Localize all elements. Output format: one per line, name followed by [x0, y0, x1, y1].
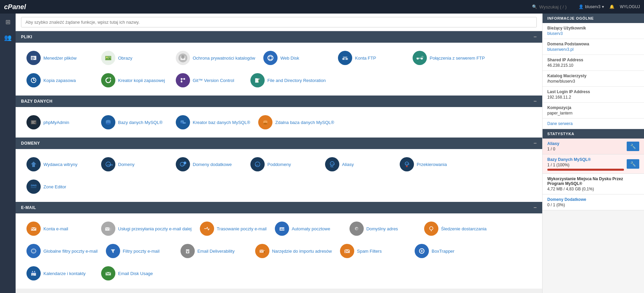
- feature-search-input[interactable]: [21, 17, 537, 27]
- collapse-pliki-icon[interactable]: −: [533, 34, 537, 40]
- section-domeny: DOMENY − Wydawca witryny .com Domeny: [16, 138, 542, 202]
- list-item[interactable]: Menedżer plików: [22, 48, 97, 68]
- stat-label-aliasy: Aliasy: [547, 141, 559, 146]
- ochrona-label: Ochrona prywatności katalogów: [193, 56, 255, 61]
- info-value-kompozycja: paper_lantern: [547, 111, 639, 116]
- list-item[interactable]: sub. Poddomeny: [246, 154, 321, 174]
- list-item[interactable]: .com+ Domeny dodatkowe: [172, 154, 246, 174]
- collapse-email-icon[interactable]: −: [533, 205, 537, 211]
- section-header-bazy[interactable]: BAZY DANYCH −: [16, 96, 542, 107]
- logout-button[interactable]: WYLOGUJ: [620, 4, 640, 9]
- section-label-domeny: DOMENY: [21, 141, 40, 146]
- uslugi-poczty-icon: [101, 222, 115, 236]
- user-menu[interactable]: 👤 bluserv3 ▾: [579, 4, 604, 9]
- spam-icon: [340, 244, 354, 258]
- list-item[interactable]: Wydawca witryny: [22, 154, 97, 174]
- users-icon[interactable]: 👥: [3, 33, 13, 43]
- right-sidebar: INFORMACJE OGÓLNE Bieżący Użytkownik blu…: [542, 14, 644, 293]
- list-item[interactable]: Git™ Version Control: [172, 70, 246, 90]
- svg-point-28: [184, 78, 185, 80]
- narzedzie-label: Narzędzie do importu adresów: [272, 249, 332, 254]
- list-item[interactable]: Email Deliverability: [176, 241, 251, 261]
- collapse-domeny-icon[interactable]: −: [533, 140, 537, 146]
- section-body-email: Konta e-mail Usługi przesyłania poczty e…: [16, 213, 542, 289]
- wrench-button-aliasy[interactable]: 🔧: [627, 142, 639, 151]
- list-item[interactable]: Kreator baz danych MySQL®: [172, 112, 254, 132]
- list-item[interactable]: AUTO Automaty pocztowe: [271, 219, 345, 238]
- kontaftp-label: Konta FTP: [355, 56, 376, 61]
- trasowanie-label: Trasowanie poczty e-mail: [217, 226, 267, 231]
- list-item[interactable]: BoxTrapper: [411, 241, 485, 261]
- svg-text:sub.: sub.: [255, 164, 259, 166]
- list-item[interactable]: Spam Filters: [336, 241, 411, 261]
- list-item[interactable]: DNS Zone Editor: [22, 177, 97, 196]
- info-value-ip: 46.238.215.10: [547, 63, 639, 68]
- list-item[interactable]: @ Kalendarze i kontakty: [22, 264, 97, 283]
- list-item[interactable]: Kreator kopii zapasowej: [97, 70, 172, 90]
- stat-bar-container-bazy: [547, 169, 624, 171]
- svg-point-21: [417, 58, 419, 60]
- list-item[interactable]: Narzędzie do importu adresów: [251, 241, 336, 261]
- section-header-email[interactable]: E-MAIL −: [16, 202, 542, 213]
- list-item[interactable]: Web Disk: [259, 48, 334, 68]
- list-item[interactable]: Kopia zapasowa: [22, 70, 97, 90]
- automaty-label: Automaty pocztowe: [292, 226, 330, 231]
- uslugi-poczty-label: Usługi przesyłania poczty e-mail dalej: [118, 226, 192, 231]
- list-item[interactable]: Email Disk Usage: [97, 264, 172, 283]
- list-item[interactable]: .com Przekierowania: [396, 154, 470, 174]
- collapse-bazy-icon[interactable]: −: [533, 98, 537, 104]
- info-row-kompozycja: Kompozycja paper_lantern: [543, 103, 644, 119]
- list-item[interactable]: phpMyAdmin: [22, 112, 97, 132]
- wrench-button-bazy[interactable]: 🔧: [627, 159, 639, 169]
- stat-value-domeny-dod: 0 / 1 (0%): [547, 203, 639, 207]
- svg-point-43: [106, 123, 111, 125]
- svg-text:AUTO: AUTO: [280, 228, 287, 231]
- ochrona-icon: [176, 51, 190, 65]
- wydawca-label: Wydawca witryny: [43, 162, 77, 167]
- section-header-domeny[interactable]: DOMENY −: [16, 138, 542, 149]
- topnav-search[interactable]: 🔍: [532, 4, 573, 9]
- list-item[interactable]: Ochrona prywatności katalogów: [172, 48, 259, 68]
- list-item[interactable]: .com Aliasy: [321, 154, 396, 174]
- topnav: cPanel 🔍 👤 bluserv3 ▾ 🔔 WYLOGUJ: [0, 0, 644, 14]
- section-body-pliki: Menedżer plików Obrazy Ochrona prywatnoś…: [16, 43, 542, 96]
- notifications-icon[interactable]: 🔔: [609, 4, 614, 9]
- list-item[interactable]: Bazy danych MySQL®: [97, 112, 172, 132]
- boxtrapper-icon: [415, 244, 429, 258]
- polaczenia-icon: [413, 51, 427, 65]
- svg-rect-38: [32, 122, 34, 123]
- grid-icon[interactable]: ⊞: [4, 17, 12, 27]
- svg-text:@: @: [356, 227, 358, 230]
- list-item[interactable]: File and Directory Restoration: [246, 70, 330, 90]
- section-header-pliki[interactable]: PLIKI −: [16, 31, 542, 43]
- list-item[interactable]: @ Domyślny adres: [345, 219, 420, 238]
- svg-rect-33: [255, 78, 259, 83]
- list-item[interactable]: Globalne filtry poczty e-mail: [22, 241, 102, 261]
- list-item[interactable]: Trasowanie poczty e-mail: [196, 219, 271, 238]
- list-item[interactable]: Konta FTP: [334, 48, 409, 68]
- list-item[interactable]: Filtry poczty e-mail: [102, 241, 176, 261]
- list-item[interactable]: Konta e-mail: [22, 219, 97, 238]
- konta-email-icon: [26, 222, 41, 236]
- list-item[interactable]: Połączenia z serwerem FTP: [409, 48, 489, 68]
- kopia-label: Kopia zapasowa: [43, 78, 76, 83]
- list-item[interactable]: Usługi przesyłania poczty e-mail dalej: [97, 219, 196, 238]
- topnav-search-input[interactable]: [539, 4, 573, 9]
- automaty-icon: AUTO: [275, 222, 289, 236]
- kalendarze-icon: @: [26, 266, 41, 280]
- list-item[interactable]: .com Domeny: [97, 154, 172, 174]
- obrazy-label: Obrazy: [118, 56, 132, 61]
- list-item[interactable]: Obrazy: [97, 48, 172, 68]
- info-value-user[interactable]: bluserv3: [547, 31, 639, 36]
- email-del-label: Email Deliverability: [197, 249, 235, 254]
- section-body-domeny: Wydawca witryny .com Domeny .com+ Domeny…: [16, 149, 542, 202]
- list-item[interactable]: Zdalna baza danych MySQL®: [254, 112, 338, 132]
- stat-label-domeny-dod: Domeny Dodatkowe: [547, 197, 639, 202]
- trasowanie-icon: [200, 222, 214, 236]
- sledzenie-icon: [424, 222, 438, 236]
- dane-serwera-link[interactable]: Dane serwera: [543, 119, 644, 129]
- cpanel-logo[interactable]: cPanel: [4, 3, 26, 11]
- list-item[interactable]: Śledzenie dostarczania: [420, 219, 495, 238]
- info-value-domain[interactable]: bluserwerv3.pl: [547, 47, 639, 52]
- svg-text:.com: .com: [107, 163, 113, 166]
